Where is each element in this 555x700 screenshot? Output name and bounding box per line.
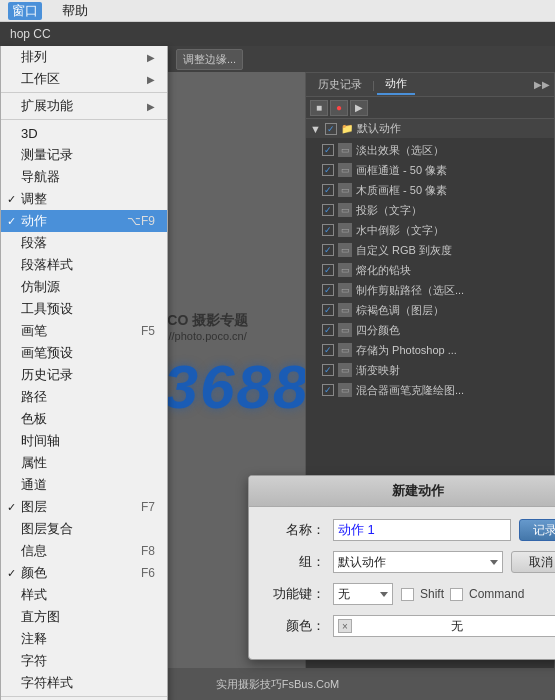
- menu-item-character-styles[interactable]: 字符样式: [1, 672, 167, 694]
- group-name: 默认动作: [357, 121, 401, 136]
- menu-item-layers[interactable]: 图层 F7: [1, 496, 167, 518]
- menu-item-3d[interactable]: 3D: [1, 122, 167, 144]
- menu-item-actions[interactable]: 动作 ⌥F9: [1, 210, 167, 232]
- menu-item-color[interactable]: 颜色 F6: [1, 562, 167, 584]
- list-item[interactable]: ✓ ▭ 画框通道 - 50 像素: [306, 160, 554, 180]
- shift-label: Shift: [420, 587, 444, 601]
- menu-item-channels[interactable]: 通道: [1, 474, 167, 496]
- window-menu[interactable]: 窗口: [8, 2, 42, 20]
- dialog-body: 名称： 记录 组： 默认动作 取消 功能键：: [249, 507, 555, 659]
- ps-content: 调整边缘... 536884 POCO 摄影专题 http://photo.po…: [168, 46, 555, 700]
- list-item[interactable]: ✓ ▭ 熔化的铅块: [306, 260, 554, 280]
- color-value: 无: [451, 618, 463, 635]
- dialog-title: 新建动作: [249, 476, 555, 507]
- poco-watermark: POCO 摄影专题 http://photo.poco.cn/: [168, 312, 248, 342]
- app-title: hop CC: [10, 27, 51, 41]
- list-item[interactable]: ✓ ▭ 自定义 RGB 到灰度: [306, 240, 554, 260]
- command-checkbox[interactable]: [450, 588, 463, 601]
- list-item[interactable]: ✓ ▭ 存储为 Photoshop ...: [306, 340, 554, 360]
- group-select[interactable]: 默认动作: [333, 551, 503, 573]
- list-item[interactable]: ✓ ▭ 四分颜色: [306, 320, 554, 340]
- action-icon: ▭: [338, 343, 352, 357]
- list-item[interactable]: ✓ ▭ 投影（文字）: [306, 200, 554, 220]
- menu-item-info[interactable]: 信息 F8: [1, 540, 167, 562]
- list-item[interactable]: ✓ ▭ 水中倒影（文字）: [306, 220, 554, 240]
- list-item[interactable]: ✓ ▭ 渐变映射: [306, 360, 554, 380]
- action-icon: ▭: [338, 243, 352, 257]
- watermark-url: http://photo.poco.cn/: [168, 330, 248, 342]
- action-icon: ▭: [338, 203, 352, 217]
- menu-item-styles[interactable]: 样式: [1, 584, 167, 606]
- menu-item-history[interactable]: 历史记录: [1, 364, 167, 386]
- menu-bar: 窗口 帮助: [0, 0, 555, 22]
- group-check[interactable]: ✓: [325, 123, 337, 135]
- record-button[interactable]: ●: [330, 100, 348, 116]
- menu-item-arrange[interactable]: 排列 ▶: [1, 46, 167, 68]
- new-action-dialog: 新建动作 名称： 记录 组： 默认动作 取消: [248, 475, 555, 660]
- list-item[interactable]: ✓ ▭ 木质画框 - 50 像素: [306, 180, 554, 200]
- action-icon: ▭: [338, 143, 352, 157]
- menu-item-measure[interactable]: 测量记录: [1, 144, 167, 166]
- list-item[interactable]: ✓ ▭ 混合器画笔克隆绘图...: [306, 380, 554, 400]
- stop-button[interactable]: ■: [310, 100, 328, 116]
- adjust-edge-button[interactable]: 调整边缘...: [176, 49, 243, 70]
- action-group-header[interactable]: ▼ ✓ 📁 默认动作: [306, 119, 554, 138]
- action-icon: ▭: [338, 223, 352, 237]
- menu-item-navigator[interactable]: 导航器: [1, 166, 167, 188]
- ps-top-bar: 调整边缘...: [168, 46, 555, 72]
- shift-checkbox[interactable]: [401, 588, 414, 601]
- dialog-overlay: 新建动作 名称： 记录 组： 默认动作 取消: [168, 480, 555, 700]
- menu-item-extensions[interactable]: 扩展功能 ▶: [1, 95, 167, 117]
- function-key-row: 功能键： 无 Shift Command: [265, 583, 555, 605]
- action-icon: ▭: [338, 283, 352, 297]
- separator: [1, 92, 167, 93]
- color-label: 颜色：: [265, 617, 325, 635]
- menu-item-brush[interactable]: 画笔 F5: [1, 320, 167, 342]
- menu-item-layer-comps[interactable]: 图层复合: [1, 518, 167, 540]
- menu-item-workspace[interactable]: 工作区 ▶: [1, 68, 167, 90]
- menu-item-properties[interactable]: 属性: [1, 452, 167, 474]
- cancel-button[interactable]: 取消: [511, 551, 555, 573]
- menu-item-paragraph-styles[interactable]: 段落样式: [1, 254, 167, 276]
- menu-item-brush-presets[interactable]: 画笔预设: [1, 342, 167, 364]
- record-button[interactable]: 记录: [519, 519, 555, 541]
- menu-item-paragraph[interactable]: 段落: [1, 232, 167, 254]
- title-bar: hop CC: [0, 22, 555, 46]
- menu-item-histogram[interactable]: 直方图: [1, 606, 167, 628]
- tab-history[interactable]: 历史记录: [310, 75, 370, 94]
- action-icon: ▭: [338, 263, 352, 277]
- menu-item-character[interactable]: 字符: [1, 650, 167, 672]
- menu-item-adjustments[interactable]: 调整: [1, 188, 167, 210]
- action-icon: ▭: [338, 363, 352, 377]
- action-icon: ▭: [338, 183, 352, 197]
- action-icon: ▭: [338, 323, 352, 337]
- menu-item-clone-source[interactable]: 仿制源: [1, 276, 167, 298]
- menu-item-paths[interactable]: 路径: [1, 386, 167, 408]
- folder-icon: 📁: [341, 123, 353, 134]
- function-key-select[interactable]: 无: [333, 583, 393, 605]
- action-icon: ▭: [338, 303, 352, 317]
- arrow-icon: ▶: [147, 101, 155, 112]
- panel-menu-icon[interactable]: ▶▶: [534, 79, 550, 90]
- list-item[interactable]: ✓ ▭ 制作剪贴路径（选区...: [306, 280, 554, 300]
- arrow-icon: ▶: [147, 74, 155, 85]
- expand-icon: ▼: [310, 123, 321, 135]
- list-item[interactable]: ✓ ▭ 淡出效果（选区）: [306, 140, 554, 160]
- function-key-label: 功能键：: [265, 585, 325, 603]
- watermark-title: POCO 摄影专题: [168, 312, 248, 330]
- name-label: 名称：: [265, 521, 325, 539]
- play-button[interactable]: ▶: [350, 100, 368, 116]
- tab-actions[interactable]: 动作: [377, 74, 415, 95]
- command-label: Command: [469, 587, 524, 601]
- list-item[interactable]: ✓ ▭ 棕褐色调（图层）: [306, 300, 554, 320]
- help-menu[interactable]: 帮助: [58, 2, 92, 20]
- main-area: 排列 ▶ 工作区 ▶ 扩展功能 ▶ 3D 测量记录 导航器 调整 动作 ⌥F9 …: [0, 46, 555, 700]
- menu-item-timeline[interactable]: 时间轴: [1, 430, 167, 452]
- menu-item-swatches[interactable]: 色板: [1, 408, 167, 430]
- menu-item-notes[interactable]: 注释: [1, 628, 167, 650]
- panel-tabs: 历史记录 | 动作 ▶▶: [306, 73, 554, 97]
- name-input[interactable]: [333, 519, 511, 541]
- color-x-icon: ×: [338, 619, 352, 633]
- color-select[interactable]: × 无 ▼: [333, 615, 555, 637]
- menu-item-tool-presets[interactable]: 工具预设: [1, 298, 167, 320]
